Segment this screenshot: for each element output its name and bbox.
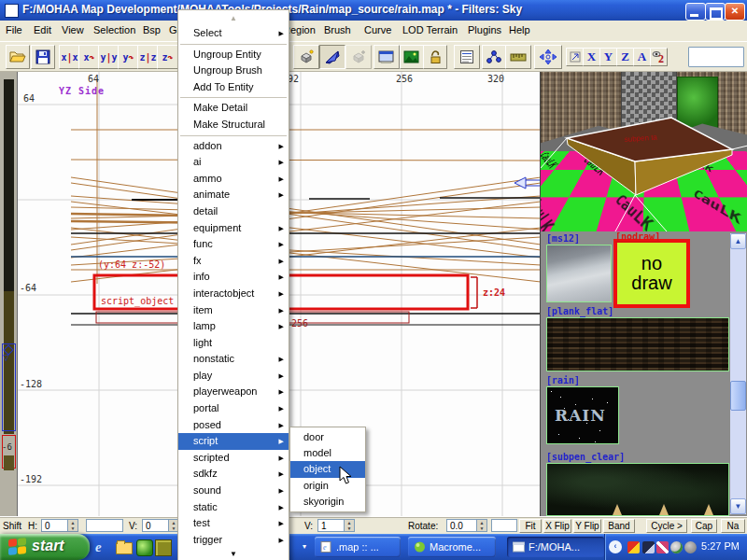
surface-button-cycle-[interactable]: Cycle > — [646, 519, 687, 533]
tray-icon[interactable] — [684, 541, 697, 553]
menu-help[interactable]: Help — [509, 24, 530, 35]
rotate-x-button[interactable]: x↷ — [78, 45, 100, 69]
context-item-static[interactable]: static▶ — [178, 499, 289, 516]
entity-list-button[interactable] — [454, 45, 480, 69]
maximize-button[interactable] — [705, 3, 726, 21]
context-item-ammo[interactable]: ammo▶ — [178, 171, 289, 188]
quick-launch-overflow-icon[interactable]: ▾ — [303, 542, 306, 551]
context-item-ai[interactable]: ai▶ — [178, 154, 289, 171]
context-item-addon[interactable]: addon▶ — [178, 138, 289, 155]
context-item-detail[interactable]: detail — [178, 203, 289, 220]
context-item-ungroup-brush[interactable]: Ungroup Brush — [178, 63, 289, 79]
menu-brush[interactable]: Brush — [324, 24, 351, 35]
context-item-lamp[interactable]: lamp▶ — [178, 318, 289, 335]
rotate-z-button[interactable]: z↷ — [157, 45, 178, 69]
context-item-scripted[interactable]: scripted▶ — [178, 450, 289, 467]
tray-icon[interactable] — [670, 541, 683, 553]
context-item-add-to-entity[interactable]: Add To Entity — [178, 79, 289, 96]
surface-button-y-flip[interactable]: Y Flip — [573, 519, 601, 533]
flip-x-button[interactable]: x|x — [59, 45, 80, 69]
context-item-animate[interactable]: animate▶ — [178, 187, 289, 203]
context-item-equipment[interactable]: equipment▶ — [178, 220, 289, 237]
v2-input[interactable]: 1▲▼ — [317, 519, 355, 532]
texture-tile-dark[interactable] — [546, 463, 729, 516]
context-item-make-detail[interactable]: Make Detail — [178, 100, 289, 117]
flip-y-button[interactable]: y|y — [98, 45, 120, 69]
quick-launch-icon[interactable] — [136, 539, 153, 556]
vertex-mode-button[interactable] — [482, 45, 506, 69]
texture-name-field[interactable] — [688, 47, 744, 67]
submenu-item-origin[interactable]: origin — [290, 478, 365, 494]
v-shift-input[interactable]: 0▲▼ — [142, 519, 179, 532]
context-item-func[interactable]: func▶ — [178, 236, 289, 253]
texture-tile-wood[interactable] — [546, 317, 729, 371]
h-shift-input[interactable]: 0▲▼ — [41, 519, 78, 532]
texture-tile-clouds[interactable] — [546, 245, 612, 302]
menu-plugins[interactable]: Plugins — [468, 24, 501, 35]
submenu-item-skyorigin[interactable]: skyorigin — [290, 494, 365, 510]
surface-button-na[interactable]: Na — [721, 519, 745, 533]
context-item-play[interactable]: play▶ — [178, 368, 289, 385]
context-item-nonstatic[interactable]: nonstatic▶ — [178, 351, 289, 368]
menu-bsp[interactable]: Bsp — [143, 24, 161, 35]
views-window-button[interactable] — [374, 45, 400, 69]
scrollbar-thumb[interactable] — [730, 381, 746, 411]
camera-viewport[interactable]: CauLKCauLKCauLKCauLKCauLKCauLKCauLKCauLK… — [540, 71, 747, 231]
context-item-light[interactable]: light — [178, 335, 289, 352]
menu-selection[interactable]: Selection — [93, 24, 135, 35]
close-button[interactable]: ✕ — [725, 3, 745, 21]
context-item-sdkfz[interactable]: sdkfz▶ — [178, 466, 289, 483]
surface-button-band[interactable]: Band — [603, 519, 635, 533]
texture-scrollbar[interactable]: ▲ ▼ — [730, 233, 746, 514]
axis-a-button[interactable]: A — [633, 48, 651, 66]
context-item-select[interactable]: Select▶ — [178, 25, 289, 42]
submenu-item-door[interactable]: door — [290, 429, 365, 445]
tray-icon[interactable] — [642, 541, 655, 553]
layer-2-button[interactable]: 2 — [650, 48, 668, 66]
surface-button-fit[interactable]: Fit — [519, 519, 542, 533]
axis-z-button[interactable]: Z — [616, 48, 634, 66]
shift-extra-field[interactable] — [86, 519, 123, 532]
context-item-item[interactable]: item▶ — [178, 302, 289, 319]
save-file-button[interactable] — [31, 45, 55, 69]
menu-scroll-up-icon[interactable]: ▲ — [178, 12, 289, 25]
free-rotate-button[interactable] — [534, 45, 562, 69]
texture-stamp-button[interactable] — [293, 45, 319, 69]
rotate-y-button[interactable]: y↷ — [118, 45, 139, 69]
flip-z-button[interactable]: z|z — [137, 45, 159, 69]
scroll-up-icon[interactable]: ▲ — [730, 233, 746, 249]
scroll-down-icon[interactable]: ▼ — [730, 498, 746, 514]
texture-tile-rain[interactable]: RAIN — [546, 386, 619, 444]
context-item-playerweapon[interactable]: playerweapon▶ — [178, 384, 289, 400]
submenu-item-model[interactable]: model — [290, 445, 365, 461]
menu-lod-terrain[interactable]: LOD Terrain — [402, 24, 458, 35]
context-item-info[interactable]: info▶ — [178, 269, 289, 286]
context-item-make-structural[interactable]: Make Structural — [178, 117, 289, 133]
rotate-input[interactable]: 0.0▲▼ — [446, 519, 487, 532]
menu-file[interactable]: File — [6, 24, 22, 35]
tray-icon[interactable] — [656, 541, 669, 553]
taskbar-task-1[interactable]: e.map :: ... — [315, 537, 401, 557]
surface-button-cap[interactable]: Cap — [691, 519, 717, 533]
tray-chevron-icon[interactable]: ‹ — [609, 540, 622, 553]
context-item-posed[interactable]: posed▶ — [178, 417, 289, 434]
context-item-ungroup-entity[interactable]: Ungroup Entity — [178, 47, 289, 63]
context-item-fx[interactable]: fx▶ — [178, 253, 289, 270]
taskbar-task-2[interactable]: Macrome... — [408, 537, 496, 557]
menu-scroll-down-icon[interactable]: ▼ — [178, 548, 289, 560]
axis-y-button[interactable]: Y — [599, 48, 617, 66]
measure-ruler-button[interactable] — [505, 45, 531, 69]
folder-icon[interactable] — [116, 542, 133, 554]
texture-window-button[interactable] — [400, 45, 424, 69]
texture-lock-button[interactable] — [423, 45, 447, 69]
texture-browser[interactable]: ▲ ▼ [ms12][nodraw]nodraw[plank_flat][rai… — [540, 231, 747, 516]
rotate-extra-field[interactable] — [491, 519, 517, 532]
menu-curve[interactable]: Curve — [364, 24, 391, 35]
menu-view[interactable]: View — [62, 24, 84, 35]
context-item-script[interactable]: script▶ — [178, 433, 289, 450]
open-file-button[interactable] — [6, 45, 30, 69]
quick-launch-icon[interactable] — [155, 539, 172, 556]
start-button[interactable]: start — [0, 534, 90, 560]
axis-x-button[interactable]: X — [583, 48, 600, 66]
surface-button-x-flip[interactable]: X Flip — [543, 519, 571, 533]
